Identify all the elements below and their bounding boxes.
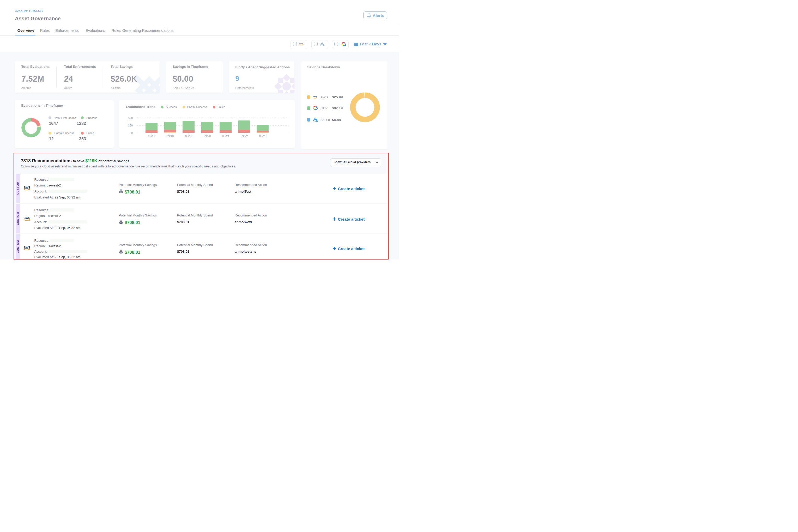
svg-text:$: $: [120, 251, 122, 253]
svg-text:$: $: [120, 222, 122, 224]
svg-text:$: $: [120, 191, 122, 193]
